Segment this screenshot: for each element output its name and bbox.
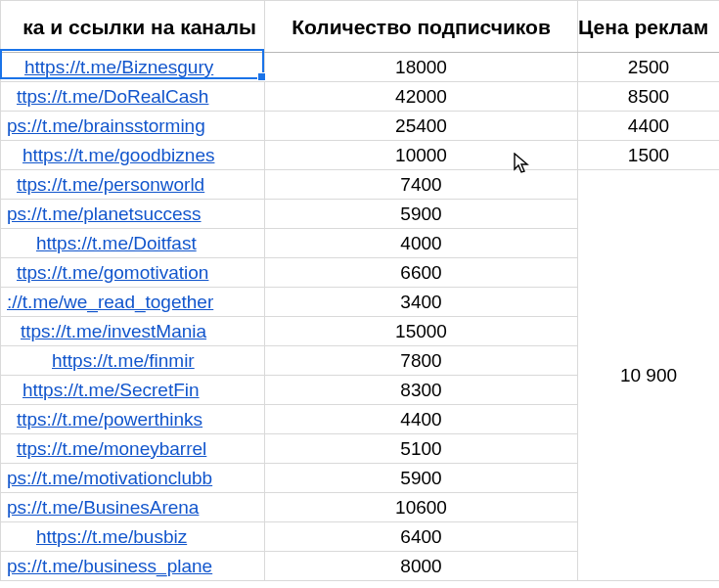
spreadsheet-viewport: ка и ссылки на каналы Количество подписч…: [0, 0, 719, 581]
table-row: ttps://t.me/personworld740010 900: [1, 170, 720, 200]
table-row: ttps://t.me/DoRealCash420008500: [1, 82, 720, 112]
cell-subscribers[interactable]: 10600: [265, 493, 578, 522]
table-row: https://t.me/Biznesgury180002500: [1, 53, 720, 82]
cell-subscribers[interactable]: 8300: [265, 376, 578, 405]
cell-subscribers[interactable]: 4000: [265, 229, 578, 258]
cell-link[interactable]: ps://t.me/business_plane: [1, 552, 265, 581]
cell-price[interactable]: 4400: [578, 112, 720, 141]
cell-price[interactable]: 2500: [578, 53, 720, 82]
cell-subscribers[interactable]: 4400: [265, 405, 578, 434]
channel-link[interactable]: ps://t.me/brainsstorming: [7, 115, 205, 136]
cell-subscribers[interactable]: 7400: [265, 170, 578, 200]
cell-subscribers[interactable]: 6600: [265, 258, 578, 288]
cell-link[interactable]: ttps://t.me/investMania: [1, 317, 265, 346]
cell-subscribers[interactable]: 3400: [265, 288, 578, 317]
channel-link[interactable]: https://t.me/Biznesgury: [24, 57, 213, 77]
cell-link[interactable]: https://t.me/busbiz: [1, 522, 265, 552]
cell-link[interactable]: ://t.me/we_read_together: [1, 288, 265, 317]
cell-subscribers[interactable]: 42000: [265, 82, 578, 112]
channel-link[interactable]: ttps://t.me/moneybarrel: [17, 438, 206, 459]
channel-link[interactable]: https://t.me/Doitfast: [36, 233, 197, 253]
cell-link[interactable]: https://t.me/finmir: [1, 346, 265, 376]
cell-link[interactable]: ttps://t.me/personworld: [1, 170, 265, 200]
channel-link[interactable]: ps://t.me/motivationclubb: [7, 468, 212, 488]
cell-link[interactable]: ttps://t.me/DoRealCash: [1, 82, 265, 112]
channel-link[interactable]: ps://t.me/BusinesArena: [7, 497, 199, 518]
cell-subscribers[interactable]: 5100: [265, 434, 578, 464]
header-row: ка и ссылки на каналы Количество подписч…: [1, 1, 720, 53]
cell-subscribers[interactable]: 6400: [265, 522, 578, 552]
cell-subscribers[interactable]: 8000: [265, 552, 578, 581]
cell-link[interactable]: https://t.me/Biznesgury: [1, 53, 265, 82]
channel-link[interactable]: ps://t.me/planetsuccess: [7, 204, 202, 224]
cell-price[interactable]: 1500: [578, 141, 720, 170]
cell-subscribers[interactable]: 15000: [265, 317, 578, 346]
cell-subscribers[interactable]: 5900: [265, 464, 578, 493]
cell-link[interactable]: ps://t.me/motivationclubb: [1, 464, 265, 493]
cell-subscribers[interactable]: 18000: [265, 53, 578, 82]
channel-link[interactable]: ttps://t.me/personworld: [17, 174, 204, 195]
cell-subscribers[interactable]: 25400: [265, 112, 578, 141]
table-body: https://t.me/Biznesgury180002500ttps://t…: [1, 53, 720, 581]
header-subscribers[interactable]: Количество подписчиков: [265, 1, 578, 53]
channel-link[interactable]: ttps://t.me/DoRealCash: [17, 86, 208, 107]
channel-link[interactable]: ttps://t.me/powerthinks: [17, 409, 202, 430]
channel-link[interactable]: https://t.me/finmir: [52, 350, 195, 371]
cell-link[interactable]: ttps://t.me/moneybarrel: [1, 434, 265, 464]
cell-subscribers[interactable]: 5900: [265, 200, 578, 229]
cell-link[interactable]: https://t.me/SecretFin: [1, 376, 265, 405]
channel-link[interactable]: ://t.me/we_read_together: [7, 292, 213, 312]
cell-subscribers[interactable]: 7800: [265, 346, 578, 376]
cell-price-merged[interactable]: 10 900: [578, 170, 720, 581]
cell-link[interactable]: ttps://t.me/powerthinks: [1, 405, 265, 434]
channel-link[interactable]: https://t.me/goodbiznes: [22, 145, 214, 165]
cell-subscribers[interactable]: 10000: [265, 141, 578, 170]
cell-link[interactable]: ps://t.me/BusinesArena: [1, 493, 265, 522]
cell-link[interactable]: ps://t.me/brainsstorming: [1, 112, 265, 141]
cell-link[interactable]: https://t.me/goodbiznes: [1, 141, 265, 170]
cell-link[interactable]: ps://t.me/planetsuccess: [1, 200, 265, 229]
channel-link[interactable]: ps://t.me/business_plane: [7, 556, 212, 576]
channel-link[interactable]: ttps://t.me/gomotivation: [17, 262, 208, 283]
header-price[interactable]: Цена реклам: [578, 1, 720, 53]
channel-link[interactable]: https://t.me/busbiz: [36, 526, 187, 547]
cell-price[interactable]: 8500: [578, 82, 720, 112]
data-table[interactable]: ка и ссылки на каналы Количество подписч…: [0, 0, 719, 581]
table-row: ps://t.me/brainsstorming254004400: [1, 112, 720, 141]
header-links[interactable]: ка и ссылки на каналы: [1, 1, 265, 53]
table-row: https://t.me/goodbiznes100001500: [1, 141, 720, 170]
channel-link[interactable]: https://t.me/SecretFin: [22, 380, 200, 400]
cell-link[interactable]: ttps://t.me/gomotivation: [1, 258, 265, 288]
channel-link[interactable]: ttps://t.me/investMania: [21, 321, 206, 341]
cell-link[interactable]: https://t.me/Doitfast: [1, 229, 265, 258]
